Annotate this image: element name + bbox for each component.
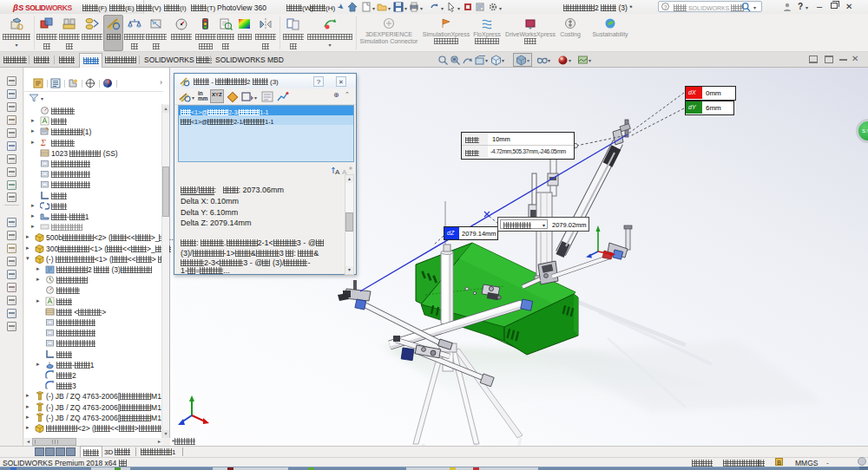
- svg-text:Σ: Σ: [40, 138, 46, 147]
- svg-text:A: A: [335, 168, 340, 175]
